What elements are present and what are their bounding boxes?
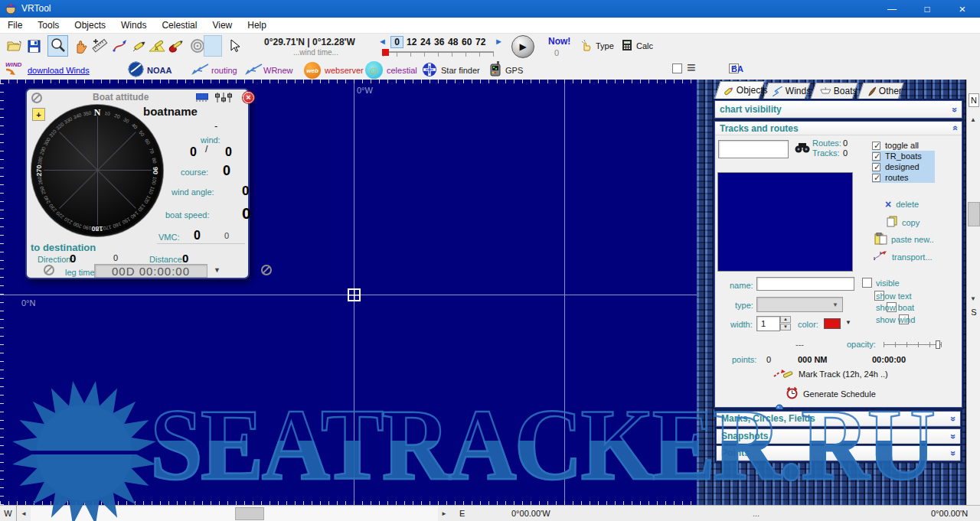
menu-file[interactable]: File (0, 18, 30, 33)
time-step-60[interactable]: 60 (462, 37, 472, 47)
menu-celestial[interactable]: Celestial (154, 18, 204, 33)
track-search-input[interactable] (718, 140, 789, 158)
track-name-input[interactable] (756, 277, 854, 291)
opacity-slider-handle[interactable] (936, 340, 940, 349)
shade-window-icon[interactable] (196, 93, 208, 103)
expand-chart-visibility-icon[interactable]: » (949, 107, 960, 112)
blank-tool-button[interactable] (204, 35, 222, 57)
routes-checkbox[interactable] (872, 174, 880, 182)
time-step-36[interactable]: 36 (434, 37, 444, 47)
minimize-button[interactable]: — (874, 0, 910, 18)
tab-winds[interactable]: Winds (763, 83, 811, 99)
time-step-72[interactable]: 72 (475, 37, 485, 47)
time-slider-thumb[interactable] (382, 49, 389, 56)
snapshots-group[interactable]: Snapshots » (716, 428, 961, 444)
time-step-12[interactable]: 12 (407, 37, 416, 47)
open-button[interactable] (4, 36, 24, 57)
close-button[interactable]: × (945, 0, 980, 18)
menu-winds[interactable]: Winds (113, 18, 154, 33)
routing-link[interactable]: routing (211, 66, 237, 75)
wrnew-link[interactable]: WRnew (263, 66, 293, 75)
tab-objects[interactable]: Objects (714, 81, 764, 99)
collapse-tracks-icon[interactable]: » (949, 126, 960, 131)
route-tool-button[interactable] (109, 36, 130, 57)
binoculars-icon[interactable] (795, 142, 810, 155)
type-button[interactable]: Type (580, 39, 614, 53)
expand-snapshots-icon[interactable]: » (948, 434, 959, 438)
width-down-icon[interactable]: ▼ (780, 324, 791, 331)
hamburger-menu-icon[interactable]: ≡ (687, 59, 696, 77)
protractor-tool-button[interactable]: A (146, 36, 167, 57)
routes-row[interactable]: routes (872, 172, 935, 183)
delete-button[interactable]: × delete (885, 199, 919, 210)
layers-checkbox[interactable] (672, 63, 682, 73)
select-tool-button[interactable] (224, 36, 245, 57)
save-button[interactable] (24, 36, 44, 57)
time-forward-arrow[interactable]: ► (495, 37, 503, 46)
vertical-scrollbar[interactable]: N ▲ ▼ S (966, 80, 980, 505)
noaa-link[interactable]: NOAA (147, 66, 172, 75)
mark-track-button[interactable]: Mark Track (12h, 24h ..) (773, 368, 888, 380)
star-finder-link[interactable]: Star finder (441, 66, 480, 75)
horizontal-scroll-thumb[interactable] (235, 507, 264, 520)
gps-link[interactable]: GPS (505, 66, 523, 75)
time-step-0[interactable]: 0 (390, 36, 403, 48)
adjust-panels-icon[interactable] (214, 93, 233, 104)
measure-tool-button[interactable] (89, 36, 109, 57)
expand-marks-icon[interactable]: » (948, 416, 959, 421)
menu-view[interactable]: View (204, 18, 240, 33)
width-up-icon[interactable]: ▲ (780, 316, 791, 323)
scroll-down-icon[interactable]: ▼ (970, 295, 976, 302)
width-stepper[interactable]: ▲ ▼ (780, 316, 791, 331)
paste-new-button[interactable]: paste new.. (874, 233, 934, 246)
tracks-routes-header[interactable]: Tracks and routes » (715, 122, 962, 135)
lock-window-icon[interactable] (31, 93, 42, 103)
calc-button[interactable]: Calc (622, 39, 653, 53)
menu-objects[interactable]: Objects (67, 18, 113, 33)
points-group[interactable]: Points » (716, 445, 961, 461)
waypoint-icon[interactable]: + (32, 108, 45, 121)
expand-points-icon[interactable]: » (948, 451, 959, 455)
track-type-select[interactable]: ▼ (756, 297, 843, 312)
chart-visibility-group[interactable]: chart visibility » (714, 100, 962, 119)
scroll-up-icon[interactable]: ▲ (970, 116, 976, 123)
pan-tool-button[interactable] (70, 36, 90, 57)
tracks-listbox[interactable] (717, 172, 853, 272)
webserver-link[interactable]: webserver (325, 66, 364, 75)
horizontal-scroll-track[interactable] (31, 506, 438, 521)
tr-boats-checkbox[interactable] (872, 152, 880, 161)
menu-tools[interactable]: Tools (30, 18, 67, 33)
download-winds-link[interactable]: download Winds (28, 66, 90, 75)
toggle-all-row[interactable]: toggle all (872, 140, 935, 151)
leg-timer-dropdown-icon[interactable]: ▼ (214, 266, 220, 274)
menu-help[interactable]: Help (240, 18, 274, 33)
tab-boats[interactable]: Boats (811, 83, 858, 99)
maximize-button[interactable]: □ (910, 0, 945, 18)
now-button[interactable]: Now! (548, 36, 570, 47)
designed-checkbox[interactable] (872, 163, 880, 171)
color-swatch[interactable] (824, 318, 841, 329)
scroll-left-icon[interactable]: ◄ (21, 510, 27, 517)
width-input[interactable]: 1 (756, 316, 780, 331)
time-back-arrow[interactable]: ◄ (378, 37, 387, 46)
close-window-icon[interactable]: × (243, 92, 254, 103)
pen-tool-button[interactable] (128, 36, 149, 57)
designed-row[interactable]: designed (872, 161, 935, 172)
lock-leg-icon[interactable] (44, 265, 54, 275)
generate-schedule-button[interactable]: Generate Schedule (786, 386, 876, 401)
time-step-24[interactable]: 24 (420, 37, 430, 47)
marks-circles-fields-group[interactable]: Marks, Circles, Fields » (716, 411, 961, 427)
play-button[interactable]: ▶ (511, 35, 534, 58)
vertical-scroll-thumb[interactable] (968, 202, 980, 226)
tr-boats-row[interactable]: TR_boats (872, 151, 935, 161)
color-dropdown-icon[interactable]: ▼ (845, 319, 851, 326)
time-step-48[interactable]: 48 (448, 37, 458, 47)
visible-checkbox[interactable] (862, 278, 872, 288)
zoom-tool-button[interactable] (47, 35, 68, 57)
scroll-right-icon[interactable]: ► (441, 510, 447, 517)
copy-button[interactable]: copy (887, 216, 920, 229)
celestial-link[interactable]: celestial (387, 66, 417, 75)
fill-tool-button[interactable] (165, 36, 185, 57)
toggle-all-checkbox[interactable] (872, 142, 880, 150)
tab-other[interactable]: Other (858, 83, 904, 99)
